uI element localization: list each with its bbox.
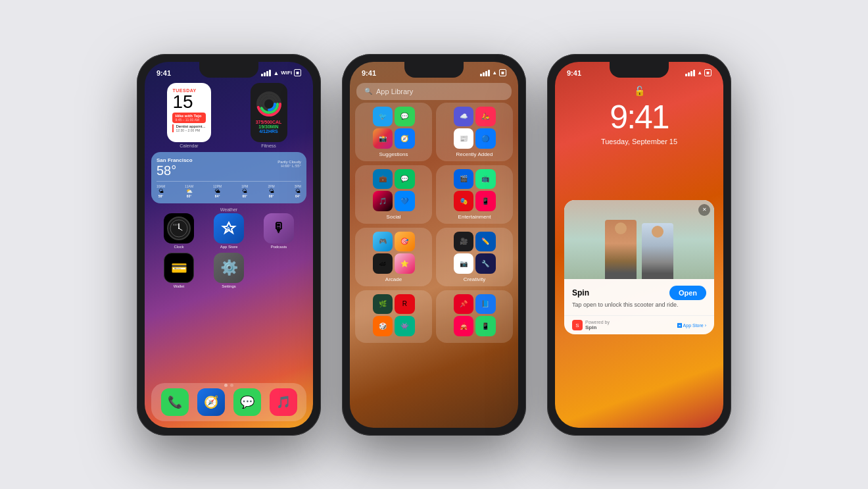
cal-event-1-time: 9:45 – 11:00 AM bbox=[175, 118, 203, 122]
folder-suggestions-icons: 🐦 💬 📸 🧭 bbox=[373, 107, 415, 149]
folder-social-icons: 💼 💬 🎵 💙 bbox=[373, 169, 415, 211]
weather-hour-1: 11AM ⛅ 60° bbox=[185, 184, 193, 198]
folder-suggestions[interactable]: 🐦 💬 📸 🧭 Suggestions bbox=[355, 103, 432, 161]
notif-footer: S Powered by Spin 🅰 App Store › bbox=[564, 315, 714, 334]
status-time-2: 9:41 bbox=[362, 69, 376, 77]
notification-card: ✕ Spin Open Tap open to unlock this scoo… bbox=[564, 200, 714, 335]
status-icons-1: ▲ WiFi ■ bbox=[261, 69, 301, 76]
dock-phone[interactable]: 📞 bbox=[161, 388, 189, 416]
clock-app[interactable]: BER Clock bbox=[164, 213, 194, 249]
folder-row-3: 🎮 🎯 🏎 ⭐ Arcade 🎥 ✏️ 📷 🔧 bbox=[355, 228, 513, 286]
fitness-label: Fitness bbox=[261, 143, 276, 148]
notif-footer-left: S Powered by Spin bbox=[572, 320, 610, 330]
notch-1 bbox=[199, 62, 258, 78]
fitness-hrs: 4/12HRS bbox=[256, 129, 282, 134]
dock-safari[interactable]: 🧭 bbox=[197, 388, 225, 416]
notif-title: Spin bbox=[572, 288, 589, 297]
folder-suggestions-label: Suggestions bbox=[379, 151, 408, 157]
weather-widget-wrap: San Francisco 58° Partly Cloudy H:66° L:… bbox=[151, 152, 306, 212]
folder-misc1[interactable]: 🌿 R 🎲 👾 bbox=[355, 290, 432, 343]
folder-arcade-icons: 🎮 🎯 🏎 ⭐ bbox=[373, 232, 415, 274]
folder-entertainment[interactable]: 🎬 📺 🎭 📱 Entertainment bbox=[436, 165, 513, 224]
status-time-1: 9:41 bbox=[157, 69, 171, 77]
weather-label: Weather bbox=[151, 207, 306, 212]
folder-misc2-icons: 📌 📘 🎪 📱 bbox=[454, 294, 496, 336]
folder-arcade[interactable]: 🎮 🎯 🏎 ⭐ Arcade bbox=[355, 228, 432, 286]
weather-hour-5: 3PM 🌤 64° bbox=[295, 184, 301, 198]
folder-misc2[interactable]: 📌 📘 🎪 📱 bbox=[436, 290, 513, 343]
search-placeholder: App Library bbox=[376, 88, 413, 95]
phone-1-background: 9:41 ▲ WiFi ■ bbox=[145, 62, 313, 428]
weather-widget: San Francisco 58° Partly Cloudy H:66° L:… bbox=[151, 152, 306, 203]
dock-music[interactable]: 🎵 bbox=[270, 388, 297, 416]
notif-app-icon: S bbox=[572, 320, 583, 330]
folder-misc1-icons: 🌿 R 🎲 👾 bbox=[373, 294, 415, 336]
notif-image: ✕ bbox=[564, 200, 714, 279]
notif-powered-label: Powered by bbox=[585, 320, 610, 324]
apps-row-2: 💳 Wallet ⚙️ Settings bbox=[151, 253, 306, 288]
cal-event-2: Dentist appoint... 12:30 – 2:00 PM bbox=[172, 124, 205, 132]
notif-app-name: Spin bbox=[585, 324, 610, 330]
clock-label: Clock bbox=[174, 245, 183, 249]
cal-label: Calendar bbox=[180, 143, 198, 148]
folder-social[interactable]: 💼 💬 🎵 💙 Social bbox=[355, 165, 432, 224]
settings-label: Settings bbox=[222, 284, 236, 288]
fitness-widget: 375/500CAL 19/30MIN 4/12HRS bbox=[251, 83, 287, 142]
app-library-search[interactable]: 🔍 App Library bbox=[356, 83, 512, 100]
weather-hour-0: 10AM 🌤 58° bbox=[157, 184, 165, 198]
weather-hour-4: 2PM 🌤 66° bbox=[268, 184, 274, 198]
fitness-min: 19/30MIN bbox=[256, 124, 282, 129]
settings-app[interactable]: ⚙️ Settings bbox=[214, 253, 244, 288]
svg-point-10 bbox=[178, 228, 180, 229]
calendar-widget: TUESDAY 15 Hike with Tejo 9:45 – 11:00 A… bbox=[167, 83, 210, 142]
notif-powered-wrap: Powered by Spin bbox=[585, 320, 610, 330]
folder-creativity[interactable]: 🎥 ✏️ 📷 🔧 Creativity bbox=[436, 228, 513, 286]
appstore-label: App Store bbox=[220, 245, 238, 249]
phone-2-background: 9:41 ▲ ■ 🔍 App Library bbox=[350, 62, 518, 428]
clock-face: BER bbox=[167, 217, 191, 240]
lock-icon: 🔓 bbox=[634, 86, 645, 96]
notif-content: Spin Open Tap open to unlock this scoote… bbox=[564, 279, 714, 316]
fitness-cal: 375/500CAL bbox=[256, 120, 282, 124]
wallet-icon: 💳 bbox=[164, 253, 194, 283]
folder-arcade-label: Arcade bbox=[385, 276, 402, 282]
apps-row: BER Clock bbox=[151, 213, 306, 249]
person-1 bbox=[605, 220, 637, 279]
notch-2 bbox=[404, 62, 464, 78]
folder-entertainment-icons: 🎬 📺 🎭 📱 bbox=[454, 169, 496, 211]
cal-event-1: Hike with Tejo 9:45 – 11:00 AM bbox=[172, 113, 205, 123]
dock: 📞 🧭 💬 🎵 bbox=[151, 383, 306, 421]
fitness-widget-wrap: 375/500CAL 19/30MIN 4/12HRS Fitness bbox=[231, 83, 306, 148]
top-widget-row: TUESDAY 15 Hike with Tejo 9:45 – 11:00 A… bbox=[151, 83, 306, 148]
phone-1: 9:41 ▲ WiFi ■ bbox=[137, 54, 321, 436]
status-time-3: 9:41 bbox=[567, 69, 581, 77]
podcasts-label: Podcasts bbox=[271, 245, 287, 249]
fitness-ring bbox=[256, 91, 282, 117]
folder-creativity-label: Creativity bbox=[464, 276, 485, 282]
folder-recently-added[interactable]: ☁️ 🛵 📰 🔵 Recently Added bbox=[436, 103, 513, 161]
cal-event-2-title: Dentist appoint... bbox=[176, 124, 205, 128]
calendar-widget-wrap: TUESDAY 15 Hike with Tejo 9:45 – 11:00 A… bbox=[151, 83, 227, 148]
dock-messages[interactable]: 💬 bbox=[233, 388, 261, 416]
svg-text:BER: BER bbox=[173, 223, 178, 226]
appstore-app[interactable]: A App Store bbox=[214, 213, 244, 249]
settings-icon: ⚙️ bbox=[214, 253, 244, 283]
podcasts-icon: 🎙 bbox=[264, 213, 294, 244]
lock-time: 9:41 bbox=[555, 98, 723, 136]
weather-forecast: 10AM 🌤 58° 11AM ⛅ 60° 12PM bbox=[157, 181, 301, 198]
fitness-stats: 375/500CAL 19/30MIN 4/12HRS bbox=[256, 120, 282, 134]
notif-close-btn[interactable]: ✕ bbox=[698, 204, 710, 216]
wallet-app[interactable]: 💳 Wallet bbox=[164, 253, 194, 288]
cal-event-2-time: 12:30 – 2:00 PM bbox=[176, 128, 205, 132]
folder-row-4: 🌿 R 🎲 👾 📌 📘 🎪 📱 bbox=[355, 290, 513, 343]
podcasts-app[interactable]: 🎙 Podcasts bbox=[264, 213, 294, 249]
head-1 bbox=[615, 222, 627, 234]
notif-open-button[interactable]: Open bbox=[669, 286, 706, 300]
notif-appstore-link[interactable]: 🅰 App Store › bbox=[677, 323, 706, 328]
head-2 bbox=[652, 226, 663, 238]
app-grid: 🐦 💬 📸 🧭 Suggestions ☁️ 🛵 📰 🔵 bbox=[355, 103, 513, 421]
notif-desc: Tap open to unlock this scooter and ride… bbox=[572, 301, 706, 309]
search-icon: 🔍 bbox=[364, 88, 372, 95]
notch-3 bbox=[610, 62, 669, 78]
phone-3-background: 9:41 ▲ ■ 🔓 9:41 Tuesday, September 15 bbox=[555, 62, 723, 428]
